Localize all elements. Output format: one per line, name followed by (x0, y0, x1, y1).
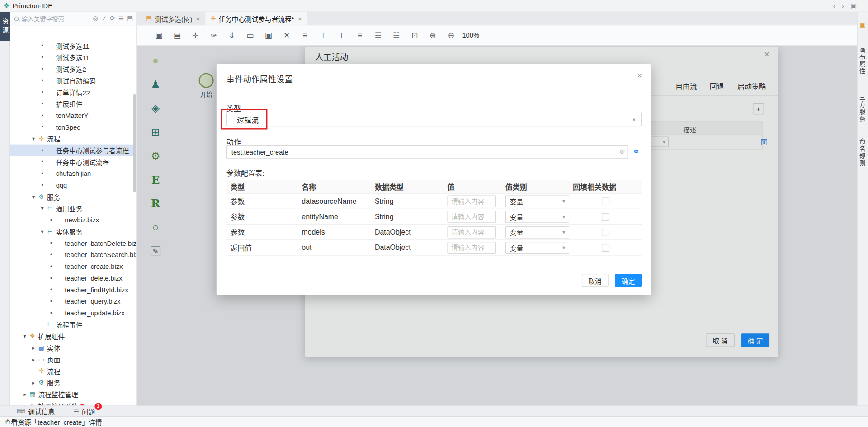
tree-item[interactable]: • tonSpec (10, 121, 136, 133)
save-icon[interactable]: ▣ (851, 3, 857, 9)
modal-ok-button[interactable]: 确定 (615, 274, 642, 287)
align-bottom-icon[interactable]: ⊥ (336, 30, 347, 41)
tree-item[interactable]: • tonMatterY (10, 109, 136, 121)
tree-item[interactable]: • 测试多选11 (10, 52, 136, 63)
clear-icon[interactable]: ⊗ (619, 148, 625, 155)
tree-item[interactable]: ▾ ❖ 扩展组件 (10, 330, 136, 342)
tree-item[interactable]: ▸ ◈ 社工管理系统 (10, 400, 136, 405)
close-icon[interactable]: × (298, 14, 302, 22)
column-header: 回填相关数据 (569, 182, 642, 192)
zoom-in-icon[interactable]: ⊕ (427, 30, 438, 41)
backfill-checkbox[interactable] (601, 228, 609, 236)
modal-cancel-button[interactable]: 取消 (582, 274, 609, 287)
tree-item[interactable]: • teacher_delete.bizx (10, 272, 136, 284)
right-tab-naming[interactable]: 命名规则 (858, 138, 868, 167)
export-icon[interactable]: ⇓ (226, 30, 237, 41)
align-left-icon[interactable]: ≡ (299, 30, 310, 41)
tree-item[interactable]: • teacher_update.bizx (10, 307, 136, 319)
close-icon[interactable]: × (196, 14, 200, 22)
copy-icon[interactable]: ▣ (153, 30, 164, 41)
tree-item[interactable]: • 订单详情22 (10, 86, 136, 98)
tree-item-label: teacher_query.bizx (65, 297, 120, 305)
tab-test-multiselect-tree[interactable]: ▤ 测试多选(树) × (141, 12, 206, 25)
sidebar-toolbar: ◎✓⟳☰▤ (93, 15, 134, 21)
tree-item[interactable]: • teacher_query.bizx (10, 296, 136, 307)
tree-item[interactable]: • qqq (10, 179, 136, 191)
backfill-checkbox[interactable] (601, 213, 609, 221)
tree-item[interactable]: • teacher_findById.bizx (10, 284, 136, 296)
tree-item[interactable]: ▸ ▤ 实体 (10, 342, 136, 354)
document-icon[interactable]: ▭ (245, 30, 255, 41)
tree-item[interactable]: • 测试多选11 (10, 40, 136, 52)
tree-item[interactable]: ▾ ✛ 流程 (10, 133, 136, 145)
flow-canvas[interactable]: ● ♟ ◈ ⊞ ⚙ (137, 45, 857, 405)
panel-toggle-icon[interactable]: ▤ (127, 15, 133, 21)
tree-item[interactable]: ▾ ⚙ 服务 (10, 191, 136, 202)
param-type-cell: 参数 (226, 196, 298, 206)
paste-icon[interactable]: ▤ (172, 30, 183, 41)
value-kind-select[interactable]: 变量 ▾ (505, 241, 569, 253)
tree-item[interactable]: ▸ ⚙ 服务 (10, 377, 136, 389)
tree-item[interactable]: • 扩展组件 (10, 98, 136, 110)
align-center-icon[interactable]: ☰ (373, 30, 383, 41)
tree-item[interactable]: • teacher_batchDelete.bizx (10, 237, 136, 249)
tree-item[interactable]: • newbiz.bizx (10, 214, 136, 226)
close-icon[interactable]: × (637, 71, 642, 81)
right-tab-third-party[interactable]: 三方服务 (858, 94, 868, 123)
param-value-cell (443, 226, 502, 238)
forward-icon[interactable]: › (842, 3, 844, 9)
validate-icon[interactable]: ✓ (101, 15, 106, 21)
align-right-icon[interactable]: ≡ (354, 30, 365, 41)
pan-icon[interactable]: ✛ (190, 30, 201, 41)
scrollbar[interactable] (133, 94, 136, 192)
tree-item[interactable]: • 任务中心测试流程 (10, 156, 136, 168)
tab-task-center-flow[interactable]: ✛ 任务中心测试参与者流程* × (206, 12, 307, 25)
tree-item[interactable]: ▸ ▦ 流程监控管理 (10, 389, 136, 400)
right-tab-canvas-props[interactable]: 画布属性 (858, 47, 868, 75)
debug-info-tab[interactable]: ⌨ 调试信息 (17, 406, 55, 416)
flow-icon: ✛ (37, 135, 45, 142)
tree-item[interactable]: ⊢ 流程事件 (10, 319, 136, 330)
delete-icon[interactable]: ✕ (281, 30, 292, 41)
zoom-out-icon[interactable]: ⊖ (446, 30, 457, 41)
title-bar: ❖ Primeton-IDE ‹›▣ (0, 0, 868, 12)
action-input[interactable] (226, 145, 628, 159)
refresh-icon[interactable]: ⟳ (110, 15, 115, 21)
tree-item[interactable]: • teacher_create.bizx (10, 261, 136, 272)
duplicate-icon[interactable]: ▣ (263, 30, 274, 41)
value-kind-select[interactable]: 变量 ▾ (505, 195, 569, 207)
tree-item[interactable]: ▸ ▭ 页面 (10, 353, 136, 365)
tree-item[interactable]: ▾ ⊢ 实体服务 (10, 226, 136, 238)
search-input[interactable] (22, 15, 81, 22)
locate-icon[interactable]: ◎ (93, 15, 98, 21)
value-kind-select[interactable]: 变量 ▾ (505, 226, 569, 238)
tree-item[interactable]: ▾ ⊢ 通用业务 (10, 202, 136, 214)
zoom-level[interactable]: 100% (462, 31, 479, 39)
value-kind-select[interactable]: 变量 ▾ (505, 211, 569, 223)
menu-icon[interactable]: ☰ (118, 15, 124, 21)
param-value-input[interactable] (447, 211, 496, 223)
tree-item[interactable]: • teacher_batchSearch.bizx (10, 249, 136, 261)
back-icon[interactable]: ‹ (833, 3, 835, 9)
param-type-cell: 参数 (226, 211, 298, 222)
fit-screen-icon[interactable]: ⊡ (409, 30, 420, 41)
tree-item[interactable]: ✛ 流程 (10, 365, 136, 377)
format-painter-icon[interactable]: ✑ (208, 30, 219, 41)
backfill-checkbox[interactable] (601, 244, 609, 251)
tree-item[interactable]: • 任务中心测试参与者流程 (10, 145, 136, 156)
problems-tab[interactable]: ☰ 问题 1 (74, 406, 95, 416)
column-header: 类型 (226, 182, 298, 192)
param-value-input[interactable] (447, 195, 496, 207)
resources-tab[interactable]: 资源 (0, 12, 10, 41)
panel-icon[interactable]: ▣ (860, 21, 866, 28)
link-icon[interactable]: ⚭ (633, 146, 640, 156)
distribute-icon[interactable]: ☱ (391, 30, 401, 41)
backfill-checkbox[interactable] (601, 197, 609, 205)
tree-item[interactable]: • chufashijian (10, 168, 136, 179)
param-value-input[interactable] (447, 241, 496, 253)
tree-item[interactable]: • 测试自动编码 (10, 75, 136, 86)
align-top-icon[interactable]: ⊤ (318, 30, 329, 41)
param-value-input[interactable] (447, 226, 496, 238)
type-select[interactable]: 逻辑流 ▾ (226, 113, 642, 126)
tree-item[interactable]: • 测试多选2 (10, 63, 136, 75)
